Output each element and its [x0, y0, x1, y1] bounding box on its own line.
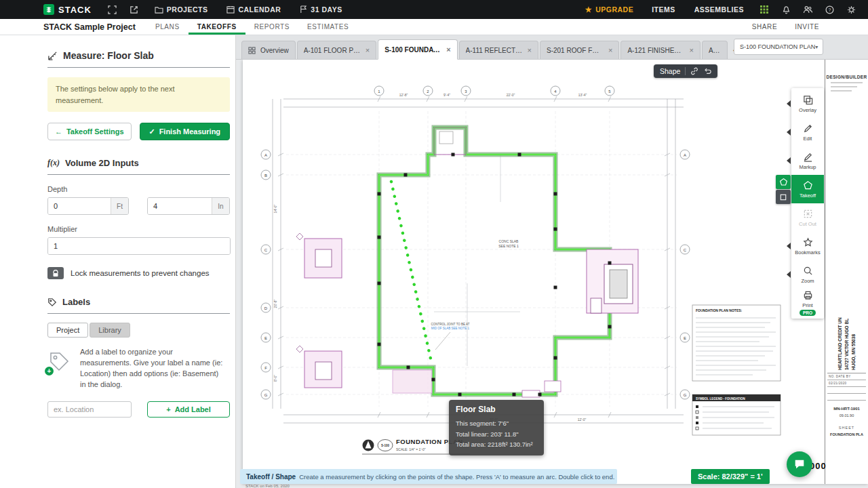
page-select-value: S-100 FOUNDATION PLAN — [740, 43, 815, 50]
close-tab-icon[interactable]: × — [608, 46, 612, 54]
markup-pen-icon — [803, 152, 813, 162]
takeoff-icon — [803, 180, 813, 190]
toolbar-label: Markup — [799, 164, 816, 170]
toolbar-bookmarks[interactable]: Bookmarks — [791, 232, 824, 260]
depth-in-input[interactable] — [148, 198, 212, 214]
tab-label: A-111 REFLECTED ... — [466, 47, 523, 54]
toolbar-overlay[interactable]: Overlay — [791, 89, 824, 118]
chat-launcher-button[interactable] — [787, 451, 812, 477]
label-name-input[interactable] — [47, 401, 132, 418]
sheet-stamp: STACK on Feb 05, 2020 — [245, 484, 290, 488]
shape-tool[interactable] — [776, 175, 791, 189]
toolbar-print[interactable]: Print PRO — [791, 289, 824, 317]
depth-ft-input[interactable] — [48, 198, 111, 214]
takeoff-settings-button[interactable]: ←Takeoff Settings — [47, 123, 132, 140]
chat-bubble-icon — [793, 458, 806, 470]
check-icon: ✓ — [149, 127, 155, 136]
rectangle-tool[interactable] — [776, 190, 791, 204]
zoom-magnifier-icon — [803, 266, 813, 276]
svg-text:F: F — [264, 366, 267, 370]
shape-mode-badge: Shape — [654, 64, 717, 78]
tab-s100-foundation[interactable]: S-100 FOUNDATIO...× — [378, 39, 457, 60]
svg-text:22'-0": 22'-0" — [507, 93, 515, 97]
toolbar-markup[interactable]: Markup — [791, 146, 824, 175]
tab-label: S-201 ROOF FRAMI... — [547, 47, 604, 54]
flyout-arrow-icon — [787, 243, 791, 249]
svg-text:G: G — [684, 393, 687, 397]
svg-text:12'-0": 12'-0" — [578, 418, 587, 422]
nav-calendar[interactable]: CALENDAR — [220, 0, 287, 19]
tooltip-linear: Total linear: 203' 11.8" — [456, 429, 537, 440]
expand-window-icon[interactable] — [105, 3, 120, 16]
tab-a111-reflected[interactable]: A-111 REFLECTED ...× — [459, 41, 538, 59]
labels-tab-project[interactable]: Project — [47, 323, 88, 338]
admin-settings-icon[interactable] — [844, 3, 859, 16]
notifications-bell-icon[interactable] — [778, 3, 793, 16]
close-tab-icon[interactable]: × — [528, 46, 532, 54]
share-button[interactable]: SHARE — [752, 23, 777, 30]
client-name: HEARTLAND CREDIT UN — [837, 262, 842, 370]
lock-icon — [47, 267, 64, 279]
measurement-tooltip: Floor Slab This segment: 7'6" Total line… — [449, 400, 544, 455]
star-icon: ★ — [585, 5, 592, 14]
link-icon[interactable] — [690, 67, 698, 75]
drawing-canvas[interactable]: 1 2 3 4 5 A B C D E F G A — [236, 60, 868, 488]
team-users-icon[interactable] — [800, 3, 815, 16]
toolbar-edit[interactable]: Edit — [791, 118, 824, 146]
pentagon-shape-icon — [779, 178, 788, 186]
add-label-button[interactable]: +Add Label — [147, 401, 230, 418]
labels-tab-library[interactable]: Library — [90, 323, 130, 338]
close-tab-icon[interactable]: × — [689, 46, 693, 54]
close-tab-icon[interactable]: × — [366, 46, 370, 54]
flyout-arrow-icon — [787, 129, 791, 136]
tab-reports[interactable]: REPORTS — [245, 19, 298, 35]
title-block-firm: DESIGN/BUILDER — [825, 75, 868, 79]
tab-overview[interactable]: Overview — [241, 41, 296, 59]
nav-trial-days[interactable]: 31 DAYS — [294, 0, 348, 19]
svg-text:9'-4": 9'-4" — [443, 93, 450, 97]
lock-measurements-toggle[interactable]: Lock measurements to prevent changes — [47, 267, 230, 279]
foundation-notes-box: FOUNDATION PLAN NOTES: — [692, 305, 781, 381]
invite-button[interactable]: INVITE — [795, 23, 819, 30]
tooltip-title: Floor Slab — [456, 405, 537, 414]
close-icon[interactable]: × — [614, 472, 617, 481]
tab-plans[interactable]: PLANS — [146, 19, 189, 35]
tab-estimates[interactable]: ESTIMATES — [298, 19, 357, 35]
toolbar-label: Overlay — [799, 107, 816, 113]
svg-text:CONC SLAB: CONC SLAB — [499, 239, 519, 243]
toolbar-zoom[interactable]: Zoom — [791, 260, 824, 289]
upgrade-button[interactable]: ★UPGRADE — [580, 5, 639, 14]
nav-items[interactable]: ITEMS — [646, 0, 682, 19]
tab-s201-roof-framing[interactable]: S-201 ROOF FRAMI...× — [540, 41, 619, 59]
instruction-bar: Takeoff / Shape Create a measurement by … — [240, 469, 617, 484]
cut-out-icon — [803, 209, 813, 219]
nav-projects[interactable]: PROJECTS — [149, 0, 214, 19]
help-icon[interactable]: ? — [822, 3, 837, 16]
plan-sheet[interactable]: 1 2 3 4 5 A B C D E F G A — [243, 60, 868, 484]
shape-mode-label: Shape — [660, 67, 680, 75]
tab-takeoffs[interactable]: TAKEOFFS — [189, 19, 245, 35]
tab-a13-cut[interactable]: A-13 — [702, 41, 728, 59]
plus-icon: + — [166, 405, 170, 413]
stack-logo[interactable]: STACK — [43, 4, 92, 15]
tab-label: A-101 FLOOR PLAN — [304, 47, 361, 54]
bookmark-star-icon — [803, 237, 813, 247]
tab-a121-finishes[interactable]: A-121 FINISHES AN...× — [620, 41, 700, 59]
project-bar: STACK Sample Project PLANS TAKEOFFS REPO… — [0, 19, 868, 35]
toolbar-takeoff[interactable]: Takeoff — [791, 175, 824, 203]
close-tab-icon[interactable]: × — [446, 45, 450, 54]
project-title: STACK Sample Project — [43, 22, 136, 32]
page-select-dropdown[interactable]: S-100 FOUNDATION PLAN ▾ — [734, 39, 823, 55]
slab-outline[interactable] — [379, 127, 610, 394]
compose-icon[interactable] — [127, 3, 142, 16]
finish-measuring-label: Finish Measuring — [159, 127, 220, 136]
undo-icon[interactable] — [703, 67, 711, 75]
nav-assemblies[interactable]: ASSEMBLIES — [688, 0, 750, 19]
finish-measuring-button[interactable]: ✓Finish Measuring — [140, 123, 230, 140]
svg-text:E: E — [264, 336, 267, 340]
plan-annotations: CONC SLAB SEE NOTE 1 CONTROL JOINT TO BE… — [431, 239, 519, 350]
multiplier-input[interactable] — [48, 238, 230, 254]
svg-text:S-100: S-100 — [381, 444, 390, 447]
apps-grid-icon[interactable] — [757, 3, 772, 16]
tab-a101-floor-plan[interactable]: A-101 FLOOR PLAN× — [297, 41, 376, 59]
